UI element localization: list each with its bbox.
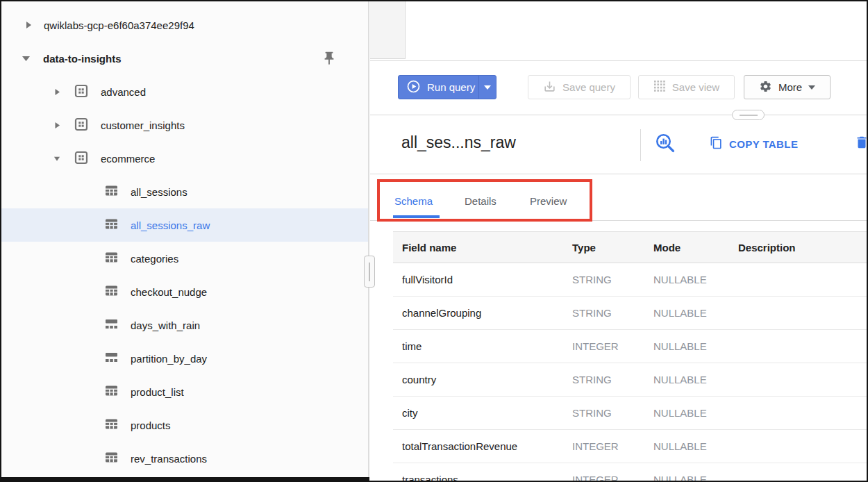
- dataset-label: customer_insights: [101, 119, 185, 131]
- table-label: partition_by_day: [131, 353, 207, 365]
- chevron-right-icon[interactable]: [53, 122, 60, 129]
- table-row: channelGrouping STRING NULLABLE: [393, 297, 868, 330]
- window-border-top: [0, 0, 868, 1]
- dataset-label: advanced: [101, 86, 146, 98]
- sidebar-item-table-categories[interactable]: categories: [1, 242, 368, 275]
- run-query-dropdown[interactable]: [478, 76, 496, 99]
- table-row: city STRING NULLABLE: [393, 397, 868, 430]
- more-button[interactable]: More: [744, 75, 831, 99]
- pinned-project-label: data-to-insights: [43, 53, 122, 65]
- window-border-left: [0, 0, 1, 482]
- panel-divider: [368, 0, 369, 482]
- field-mode: NULLABLE: [653, 374, 738, 385]
- sidebar-item-table-partition-by-day[interactable]: partition_by_day: [1, 342, 368, 375]
- panel-resize-handle[interactable]: [732, 110, 765, 120]
- field-type: STRING: [572, 274, 653, 285]
- run-query-main[interactable]: Run query: [399, 76, 478, 99]
- run-query-label: Run query: [427, 81, 475, 93]
- save-view-button[interactable]: Save view: [638, 75, 735, 99]
- field-type: STRING: [572, 407, 653, 419]
- table-label: categories: [131, 253, 178, 265]
- delete-table-icon[interactable]: [854, 134, 868, 153]
- sidebar-item-table-all-sessions-raw[interactable]: all_sessions_raw: [1, 208, 368, 242]
- dataset-label: ecommerce: [101, 153, 155, 165]
- chevron-down-icon[interactable]: [53, 156, 60, 162]
- table-row: time INTEGER NULLABLE: [393, 330, 868, 363]
- title-separator: [640, 129, 641, 161]
- sidebar-item-dataset-advanced[interactable]: advanced: [1, 75, 368, 108]
- run-query-button[interactable]: Run query: [398, 75, 496, 99]
- tab-preview[interactable]: Preview: [530, 195, 567, 207]
- col-type: Type: [572, 242, 653, 254]
- sidebar-item-table-checkout-nudge[interactable]: checkout_nudge: [1, 275, 368, 308]
- field-name: city: [402, 407, 572, 419]
- save-query-button[interactable]: Save query: [528, 75, 631, 99]
- editor-divider: [370, 60, 867, 61]
- chevron-right-icon[interactable]: [53, 88, 60, 96]
- table-label: checkout_nudge: [131, 286, 207, 298]
- save-query-label: Save query: [562, 81, 615, 93]
- dataset-icon: [74, 151, 88, 167]
- field-name: channelGrouping: [402, 307, 572, 319]
- grip-line: [369, 263, 370, 281]
- gear-icon: [759, 80, 772, 95]
- field-type: INTEGER: [572, 440, 653, 452]
- query-editor[interactable]: [370, 1, 867, 60]
- chevron-right-icon[interactable]: [24, 21, 33, 29]
- chevron-down-icon: [484, 85, 491, 90]
- sidebar-item-pinned-project[interactable]: data-to-insights: [1, 42, 368, 75]
- table-label: product_list: [131, 386, 184, 398]
- bigquery-window: qwiklabs-gcp-e6f60a374ee29f94 data-to-in…: [0, 0, 868, 482]
- field-type: STRING: [572, 307, 653, 319]
- table-label: products: [131, 419, 171, 431]
- schema-table: Field name Type Mode Description fullVis…: [393, 231, 868, 482]
- field-name: time: [402, 340, 572, 352]
- sidebar-item-dataset-ecommerce[interactable]: ecommerce: [1, 142, 368, 175]
- sidebar-resize-handle[interactable]: [364, 256, 375, 288]
- project-label: qwiklabs-gcp-e6f60a374ee29f94: [44, 19, 194, 31]
- sidebar-item-project[interactable]: qwiklabs-gcp-e6f60a374ee29f94: [1, 8, 368, 42]
- navigation-sidebar: qwiklabs-gcp-e6f60a374ee29f94 data-to-in…: [1, 1, 368, 477]
- download-icon: [543, 80, 556, 95]
- field-mode: NULLABLE: [653, 340, 738, 352]
- copy-table-label: COPY TABLE: [729, 138, 798, 150]
- field-type: INTEGER: [572, 340, 653, 352]
- chevron-down-icon[interactable]: [22, 55, 31, 62]
- table-row: totalTransactionRevenue INTEGER NULLABLE: [393, 430, 868, 463]
- field-mode: NULLABLE: [653, 440, 738, 452]
- table-icon: [105, 251, 118, 266]
- field-name: country: [402, 374, 572, 385]
- field-mode: NULLABLE: [653, 307, 738, 319]
- field-name: totalTransactionRevenue: [402, 440, 572, 452]
- sidebar-item-table-product-list[interactable]: product_list: [1, 375, 368, 408]
- table-label: all_sessions: [131, 186, 187, 198]
- partitioned-table-icon: [105, 317, 118, 333]
- table-icon: [105, 384, 118, 399]
- sidebar-item-table-days-with-rain[interactable]: days_with_rain: [1, 308, 368, 342]
- partitioned-table-icon: [105, 351, 118, 366]
- table-row: fullVisitorId STRING NULLABLE: [393, 263, 868, 297]
- tab-details[interactable]: Details: [465, 195, 496, 207]
- table-icon: [105, 451, 118, 466]
- field-type: STRING: [572, 374, 653, 385]
- copy-table-button[interactable]: COPY TABLE: [710, 136, 798, 152]
- copy-icon: [710, 136, 723, 152]
- save-view-label: Save view: [672, 81, 719, 93]
- chevron-down-icon: [808, 85, 815, 90]
- field-mode: NULLABLE: [653, 407, 738, 419]
- dots-grid-icon: [653, 80, 666, 94]
- query-table-search-icon[interactable]: [654, 132, 676, 157]
- sidebar-item-dataset-customer-insights[interactable]: customer_insights: [1, 108, 368, 142]
- query-editor-gutter: [370, 1, 406, 59]
- sidebar-item-table-rev-transactions[interactable]: rev_transactions: [1, 442, 368, 475]
- sidebar-item-table-all-sessions[interactable]: all_sessions: [1, 175, 368, 208]
- sidebar-item-table-products[interactable]: products: [1, 408, 368, 442]
- dataset-icon: [74, 117, 88, 133]
- table-label: all_sessions_raw: [131, 219, 210, 231]
- pin-icon[interactable]: [322, 51, 337, 68]
- tab-schema[interactable]: Schema: [394, 195, 433, 207]
- table-icon: [105, 217, 118, 233]
- grip-line: [740, 115, 758, 116]
- active-tab-underline: [393, 215, 440, 218]
- field-name: fullVisitorId: [402, 274, 572, 285]
